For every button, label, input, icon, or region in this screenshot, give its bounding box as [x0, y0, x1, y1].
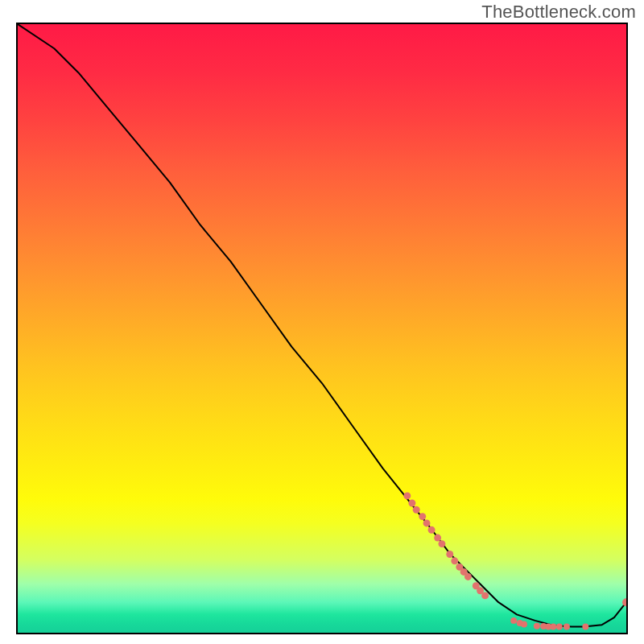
data-point [556, 623, 563, 630]
data-point [550, 623, 556, 630]
data-point [413, 506, 420, 514]
data-point [423, 519, 431, 526]
watermark-text: TheBottleneck.com [481, 2, 636, 23]
data-point [510, 617, 517, 624]
data-point [622, 598, 626, 606]
data-point [434, 535, 441, 542]
data-point [451, 557, 458, 564]
chart-area [16, 23, 628, 634]
curve-line [18, 24, 626, 626]
data-point [428, 526, 436, 534]
data-point [419, 513, 426, 520]
data-point [403, 492, 411, 499]
data-point [521, 621, 527, 627]
data-point [582, 623, 588, 630]
data-point [438, 540, 445, 547]
chart-svg [18, 24, 626, 633]
data-point [481, 592, 489, 599]
data-point [446, 551, 453, 558]
data-point [464, 573, 472, 580]
data-point [408, 499, 415, 506]
data-point [564, 623, 570, 630]
data-point [534, 623, 540, 630]
scatter-dots [403, 492, 626, 630]
